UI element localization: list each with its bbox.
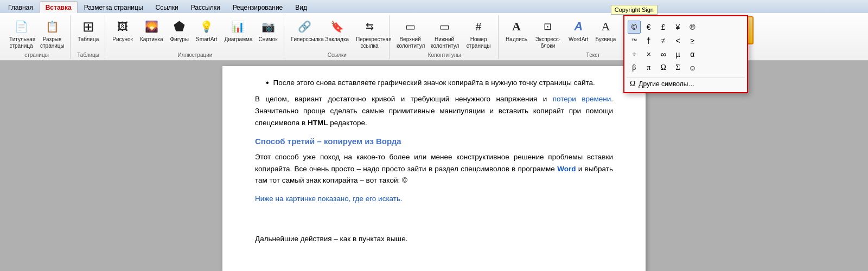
shapes-button[interactable]: ⬟ Фигуры	[168, 16, 192, 44]
links-buttons: 🔗 Гиперссылка 🔖 Закладка ⇆ Перекрестная …	[289, 15, 386, 51]
symbol-euro[interactable]: €	[642, 21, 655, 34]
symbol-empty5	[715, 34, 728, 47]
ribbon-group-symbols: π Формула Ω Символ Сим. © Copyright Sign	[688, 15, 759, 59]
symbol-omega[interactable]: Ω	[657, 61, 670, 74]
tab-page-layout[interactable]: Разметка страницы	[78, 1, 149, 13]
smartart-label: SmartArt	[196, 36, 217, 43]
dropcap-label: Буквица	[595, 36, 616, 43]
chart-icon: 📊	[229, 18, 246, 35]
headers-buttons: ▭ Верхний колонтитул ▭ Нижний колонтитул…	[394, 15, 495, 51]
symbol-tm[interactable]: ™	[628, 34, 641, 47]
symbol-div[interactable]: ÷	[628, 48, 641, 61]
para2-word-link[interactable]: Word	[557, 165, 576, 173]
paragraph-2: Этот способ уже поход на какое-то более …	[255, 151, 613, 186]
chart-label: Диаграмма	[224, 36, 251, 43]
smartart-button[interactable]: 💡 SmartArt	[193, 16, 220, 44]
dropcap-button[interactable]: A Буквица	[592, 16, 618, 44]
hyperlink-button[interactable]: 🔗 Гиперссылка	[289, 16, 321, 44]
symbol-empty1	[700, 21, 713, 34]
table-button[interactable]: ⊞ Таблица	[75, 16, 101, 44]
table-icon: ⊞	[80, 18, 97, 35]
para1-link1[interactable]: потери времени	[553, 95, 611, 103]
quickparts-button[interactable]: ⊡ Экспресс-блоки	[532, 16, 564, 51]
symbol-pound[interactable]: £	[657, 21, 670, 34]
screenshot-button[interactable]: 📷 Снимок	[256, 16, 280, 44]
chart-button[interactable]: 📊 Диаграмма	[221, 16, 254, 44]
textbox-button[interactable]: A Надпись	[503, 16, 530, 44]
wordart-icon: A	[570, 18, 587, 35]
symbol-copyright[interactable]: © Copyright Sign	[628, 21, 641, 34]
symbol-sigma[interactable]: Σ	[672, 61, 685, 74]
dropcap-icon: A	[597, 18, 614, 35]
symbol-dropdown-panel: © Copyright Sign € £ ¥ ® ™ † ≠ < ≥	[623, 15, 748, 93]
symbol-empty3	[730, 21, 743, 34]
symbol-smiley[interactable]: ☺	[686, 61, 699, 74]
paragraph-4: Дальнейшие действия – как в пунктах выше…	[255, 233, 613, 245]
table-label: Таблица	[78, 36, 99, 43]
symbol-lt[interactable]: <	[672, 34, 685, 47]
symbol-times[interactable]: ×	[642, 48, 655, 61]
tab-insert[interactable]: Вставка	[40, 1, 78, 13]
tab-review[interactable]: Рецензирование	[227, 1, 289, 13]
symbol-empty10	[700, 61, 713, 74]
headers-group-label: Колонтитулы	[428, 51, 461, 58]
symbol-neq[interactable]: ≠	[657, 34, 670, 47]
ribbon-group-links: 🔗 Гиперссылка 🔖 Закладка ⇆ Перекрестная …	[285, 15, 390, 59]
cover-page-icon: 📄	[12, 18, 30, 35]
symbol-alpha[interactable]: α	[686, 48, 699, 61]
tab-view[interactable]: Вид	[289, 1, 313, 13]
text-group-label: Текст	[586, 51, 600, 58]
footer-button[interactable]: ▭ Нижний колонтитул	[428, 16, 461, 51]
shapes-label: Фигуры	[170, 36, 189, 43]
crossref-button[interactable]: ⇆ Перекрестная ссылка	[353, 16, 386, 51]
clipart-button[interactable]: 🌄 Картинка	[137, 16, 166, 44]
quickparts-label: Экспресс-блоки	[534, 36, 561, 49]
symbol-yen[interactable]: ¥	[672, 21, 685, 34]
symbol-beta[interactable]: β	[628, 61, 641, 74]
page-number-label: Номер страницы	[465, 36, 492, 49]
para3-text: Ниже на картинке показано, где его искат…	[255, 195, 403, 203]
page-break-button[interactable]: 📋 Разрыв страницы	[37, 16, 67, 51]
symbol-empty2	[715, 21, 728, 34]
picture-button[interactable]: 🖼 Рисунок	[110, 16, 136, 44]
footer-label: Нижний колонтитул	[431, 36, 458, 49]
para1-html: HTML	[308, 119, 328, 127]
para1-text3: редакторе.	[328, 119, 367, 127]
clipart-icon: 🌄	[143, 18, 160, 35]
document-page: После этого снова вставляете графический…	[222, 66, 646, 271]
links-group-label: Ссылки	[328, 51, 347, 58]
header-label: Верхний колонтитул	[397, 36, 424, 49]
tab-references[interactable]: Ссылки	[150, 1, 184, 13]
wordart-button[interactable]: A WordArt	[566, 16, 591, 44]
page-break-label: Разрыв страницы	[40, 36, 64, 49]
picture-icon: 🖼	[114, 18, 131, 35]
symbol-empty9	[730, 48, 743, 61]
symbol-geq[interactable]: ≥	[686, 34, 699, 47]
pages-buttons: 📄 Титульная страница 📋 Разрыв страницы	[7, 15, 67, 51]
symbol-mu[interactable]: µ	[672, 48, 685, 61]
header-button[interactable]: ▭ Верхний колонтитул	[394, 16, 426, 51]
paragraph-1: В целом, вариант достаточно кривой и тре…	[255, 93, 613, 128]
symbol-registered[interactable]: ®	[686, 21, 699, 34]
symbol-inf[interactable]: ∞	[657, 48, 670, 61]
page-number-button[interactable]: # Номер страницы	[462, 16, 495, 51]
ribbon-group-illustrations: 🖼 Рисунок 🌄 Картинка ⬟ Фигуры 💡 SmartArt…	[106, 15, 284, 59]
more-symbols-omega: Ω	[630, 80, 635, 88]
bookmark-button[interactable]: 🔖 Закладка	[323, 16, 352, 44]
symbol-empty4	[700, 34, 713, 47]
ribbon: Главная Вставка Разметка страницы Ссылки…	[0, 0, 868, 61]
bookmark-label: Закладка	[326, 36, 349, 43]
symbol-dagger[interactable]: †	[642, 34, 655, 47]
cover-page-button[interactable]: 📄 Титульная страница	[7, 16, 36, 51]
ribbon-tabs: Главная Вставка Разметка страницы Ссылки…	[0, 0, 868, 13]
illustrations-group-label: Иллюстрации	[177, 51, 212, 58]
illustrations-buttons: 🖼 Рисунок 🌄 Картинка ⬟ Фигуры 💡 SmartArt…	[110, 15, 280, 51]
spacer	[255, 211, 613, 233]
tab-home[interactable]: Главная	[2, 1, 39, 13]
more-symbols-button[interactable]: Ω Другие символы…	[627, 78, 745, 90]
crossref-icon: ⇆	[361, 18, 378, 35]
symbol-pi[interactable]: π	[642, 61, 655, 74]
tables-group-label: Таблицы	[77, 51, 99, 58]
symbol-empty8	[715, 48, 728, 61]
tab-mailings[interactable]: Рассылки	[185, 1, 226, 13]
